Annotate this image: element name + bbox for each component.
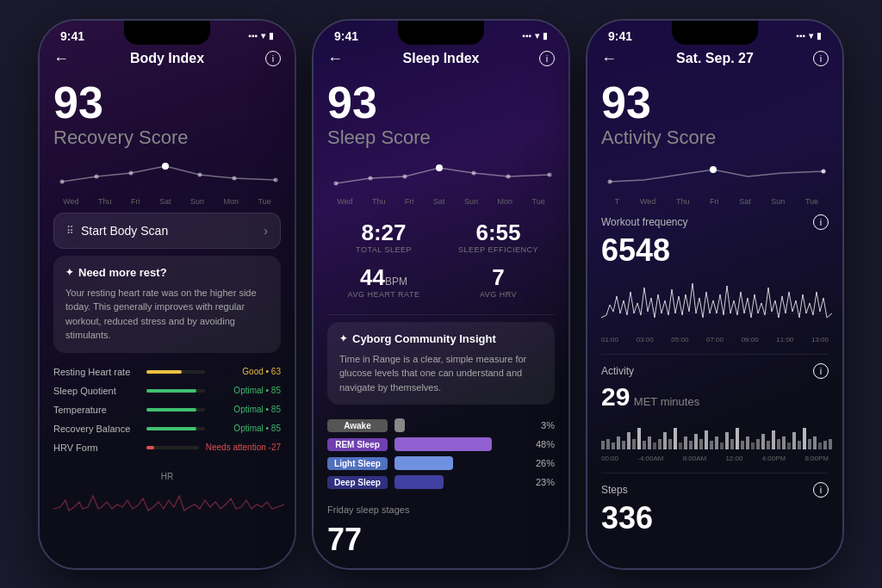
score-section-3: 93 Activity Score <box>587 75 842 152</box>
sleep-stage-awake: Awake 3% <box>327 418 555 432</box>
insight-title-text-2: Cyborg Community Insight <box>352 332 496 345</box>
activity-info-icon[interactable]: i <box>813 363 829 379</box>
header-3: ← Sat. Sep. 27 i <box>587 46 842 75</box>
status-icons-3: ▪▪▪ ▾ ▮ <box>796 31 822 40</box>
svg-rect-37 <box>699 439 703 449</box>
svg-point-2 <box>95 174 99 178</box>
status-icons-1: ▪▪▪ ▾ ▮ <box>248 31 274 40</box>
start-body-scan-button[interactable]: ⠿ Start Body Scan › <box>53 213 281 249</box>
header-1: ← Body Index i <box>40 46 295 75</box>
svg-rect-49 <box>761 434 765 449</box>
total-sleep-value: 8:27 <box>327 221 440 244</box>
svg-rect-25 <box>637 428 641 449</box>
activity-value: 29 <box>601 382 630 411</box>
svg-point-5 <box>233 176 237 180</box>
page-title-1: Body Index <box>130 51 204 66</box>
score-chart-2 <box>314 152 568 197</box>
info-button-2[interactable]: i <box>539 51 555 66</box>
svg-rect-38 <box>705 430 708 449</box>
bpm-unit: BPM <box>385 275 407 288</box>
status-time-3: 9:41 <box>608 29 632 43</box>
metric-bar-hrv <box>146 446 154 449</box>
light-bar <box>394 456 453 470</box>
scan-button-label: Start Body Scan <box>81 224 168 238</box>
activity-unit: MET minutes <box>634 395 699 408</box>
svg-rect-31 <box>668 439 672 449</box>
info-button-3[interactable]: i <box>813 51 829 66</box>
metric-name-heart-rate: Resting Heart rate <box>53 367 140 377</box>
insight-text-2: Time in Range is a clear, simple measure… <box>339 352 543 395</box>
status-time-1: 9:41 <box>60 29 84 43</box>
svg-rect-52 <box>777 439 780 449</box>
activity-header: Activity i <box>601 363 829 379</box>
chart-labels-2: WedThuFriSatSunMonTue <box>314 197 568 206</box>
rem-pct: 48% <box>531 439 555 449</box>
rem-label: REM Sleep <box>327 438 388 451</box>
hr-label: HR <box>53 472 281 481</box>
metric-row-temperature: Temperature Optimal • 85 <box>53 405 281 415</box>
chart-labels-3: T Wed Thu Fri Sat Sun Tue <box>587 197 842 206</box>
activity-chart <box>601 415 832 449</box>
avg-hrv-value: 7 <box>442 266 555 288</box>
deep-pct: 23% <box>531 477 555 487</box>
sleep-stats-grid: 8:27 TOTAL SLEEP 6:55 SLEEP EFFICIENCY 4… <box>314 209 568 311</box>
wifi-icon: ▾ <box>261 31 265 40</box>
divider-2 <box>601 354 829 355</box>
sleep-stages-score: 77 <box>314 518 568 561</box>
metric-row-recovery-balance: Recovery Balance Optimal • 85 <box>53 424 281 434</box>
svg-rect-47 <box>751 443 755 449</box>
svg-rect-48 <box>756 439 760 449</box>
workout-header: Workout frequency i <box>601 214 829 230</box>
sleep-efficiency-value: 6:55 <box>442 221 555 244</box>
svg-rect-45 <box>741 441 744 449</box>
svg-rect-51 <box>772 430 775 449</box>
insight-card-2: ✦ Cyborg Community Insight Time in Range… <box>327 322 555 405</box>
metric-value-hrv: Needs attention -27 <box>206 443 281 452</box>
svg-rect-20 <box>612 443 615 449</box>
svg-point-3 <box>129 170 134 175</box>
steps-section: Steps i 336 <box>587 477 842 541</box>
score-number-1: 93 <box>53 80 281 125</box>
svg-rect-53 <box>782 436 786 449</box>
svg-rect-46 <box>746 436 749 449</box>
steps-info-icon[interactable]: i <box>813 482 829 498</box>
back-button-1[interactable]: ← <box>53 50 69 68</box>
metric-value-temperature: Optimal • 85 <box>212 405 281 414</box>
metric-name-recovery-balance: Recovery Balance <box>53 424 140 434</box>
metric-bar-sleep <box>146 389 196 393</box>
workout-value: 6548 <box>601 233 829 268</box>
svg-rect-39 <box>710 441 713 449</box>
rem-bar <box>394 437 492 451</box>
svg-point-11 <box>472 170 476 175</box>
metric-value-recovery-balance: Optimal • 85 <box>212 424 281 433</box>
divider-1 <box>327 314 555 315</box>
header-2: ← Sleep Index i <box>314 46 568 75</box>
phone-activity-index: 9:41 ▪▪▪ ▾ ▮ ← Sat. Sep. 27 i 93 Activit… <box>586 19 844 570</box>
back-button-3[interactable]: ← <box>601 50 617 68</box>
svg-rect-44 <box>736 428 739 449</box>
steps-header: Steps i <box>601 482 829 498</box>
rem-bar-container <box>394 437 524 451</box>
svg-rect-26 <box>643 441 646 449</box>
sleep-stat-hrv: 7 AVG HRV <box>442 261 555 304</box>
svg-rect-50 <box>767 441 770 449</box>
activity-title: Activity <box>601 365 634 377</box>
activity-value-container: 29 MET minutes <box>601 382 829 412</box>
avg-hr-value: 44BPM <box>327 266 440 288</box>
metric-name-sleep-quotient: Sleep Quotient <box>53 386 140 396</box>
metric-bar-temp <box>146 408 196 412</box>
sleep-stage-deep: Deep Sleep 23% <box>327 475 555 489</box>
sleep-stat-hr: 44BPM AVG HEART RATE <box>327 261 440 304</box>
back-button-2[interactable]: ← <box>327 50 343 68</box>
info-button-1[interactable]: i <box>265 51 281 66</box>
deep-bar <box>394 475 444 489</box>
metrics-list-1: Resting Heart rate Good • 63 Sleep Quoti… <box>40 360 295 468</box>
score-label-1: Recovery Score <box>53 127 281 149</box>
battery-icon-2: ▮ <box>543 31 548 40</box>
score-section-1: 93 Recovery Score <box>40 75 295 152</box>
workout-info-icon[interactable]: i <box>813 214 829 230</box>
workout-chart <box>601 270 829 331</box>
workout-title: Workout frequency <box>601 216 688 228</box>
phone-body-index: 9:41 ▪▪▪ ▾ ▮ ← Body Index i 93 Recovery … <box>38 19 296 570</box>
insight-title-2: ✦ Cyborg Community Insight <box>339 332 543 345</box>
